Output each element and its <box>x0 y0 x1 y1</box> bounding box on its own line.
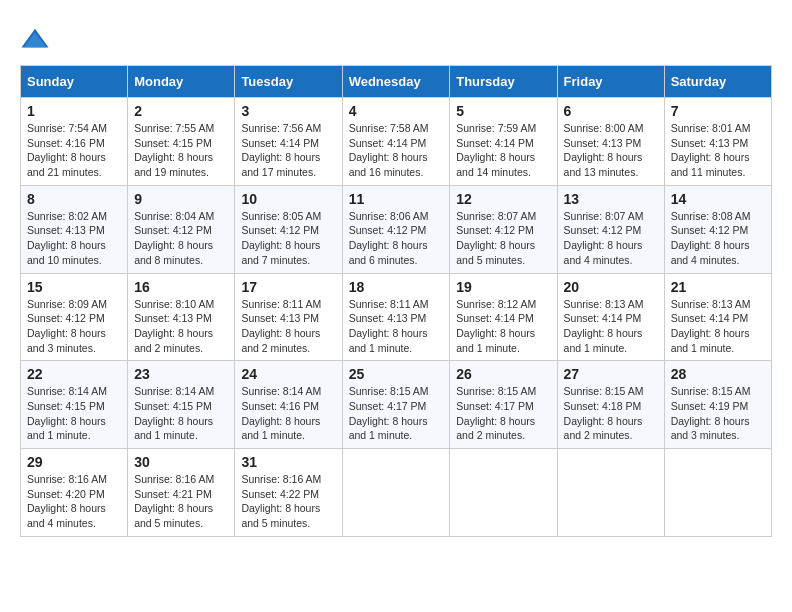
calendar-week-2: 8Sunrise: 8:02 AMSunset: 4:13 PMDaylight… <box>21 185 772 273</box>
calendar-cell: 24Sunrise: 8:14 AMSunset: 4:16 PMDayligh… <box>235 361 342 449</box>
day-info: Sunrise: 8:15 AMSunset: 4:18 PMDaylight:… <box>564 384 658 443</box>
day-info: Sunrise: 8:04 AMSunset: 4:12 PMDaylight:… <box>134 209 228 268</box>
calendar-week-3: 15Sunrise: 8:09 AMSunset: 4:12 PMDayligh… <box>21 273 772 361</box>
calendar-cell: 18Sunrise: 8:11 AMSunset: 4:13 PMDayligh… <box>342 273 450 361</box>
day-number: 26 <box>456 366 550 382</box>
day-number: 16 <box>134 279 228 295</box>
day-info: Sunrise: 8:16 AMSunset: 4:21 PMDaylight:… <box>134 472 228 531</box>
calendar-cell: 23Sunrise: 8:14 AMSunset: 4:15 PMDayligh… <box>128 361 235 449</box>
day-number: 20 <box>564 279 658 295</box>
column-header-tuesday: Tuesday <box>235 66 342 98</box>
calendar-cell: 2Sunrise: 7:55 AMSunset: 4:15 PMDaylight… <box>128 98 235 186</box>
day-number: 2 <box>134 103 228 119</box>
day-number: 13 <box>564 191 658 207</box>
day-info: Sunrise: 8:08 AMSunset: 4:12 PMDaylight:… <box>671 209 765 268</box>
calendar-cell: 14Sunrise: 8:08 AMSunset: 4:12 PMDayligh… <box>664 185 771 273</box>
day-info: Sunrise: 8:16 AMSunset: 4:20 PMDaylight:… <box>27 472 121 531</box>
day-info: Sunrise: 8:14 AMSunset: 4:15 PMDaylight:… <box>27 384 121 443</box>
day-info: Sunrise: 7:58 AMSunset: 4:14 PMDaylight:… <box>349 121 444 180</box>
calendar-week-5: 29Sunrise: 8:16 AMSunset: 4:20 PMDayligh… <box>21 449 772 537</box>
logo <box>20 25 54 55</box>
day-info: Sunrise: 8:09 AMSunset: 4:12 PMDaylight:… <box>27 297 121 356</box>
column-header-saturday: Saturday <box>664 66 771 98</box>
day-info: Sunrise: 8:05 AMSunset: 4:12 PMDaylight:… <box>241 209 335 268</box>
calendar-cell: 11Sunrise: 8:06 AMSunset: 4:12 PMDayligh… <box>342 185 450 273</box>
calendar-week-1: 1Sunrise: 7:54 AMSunset: 4:16 PMDaylight… <box>21 98 772 186</box>
logo-icon <box>20 25 50 55</box>
day-info: Sunrise: 8:07 AMSunset: 4:12 PMDaylight:… <box>564 209 658 268</box>
calendar-cell: 6Sunrise: 8:00 AMSunset: 4:13 PMDaylight… <box>557 98 664 186</box>
calendar-cell: 8Sunrise: 8:02 AMSunset: 4:13 PMDaylight… <box>21 185 128 273</box>
calendar-cell: 13Sunrise: 8:07 AMSunset: 4:12 PMDayligh… <box>557 185 664 273</box>
day-info: Sunrise: 8:15 AMSunset: 4:19 PMDaylight:… <box>671 384 765 443</box>
day-number: 17 <box>241 279 335 295</box>
day-info: Sunrise: 8:01 AMSunset: 4:13 PMDaylight:… <box>671 121 765 180</box>
day-info: Sunrise: 8:13 AMSunset: 4:14 PMDaylight:… <box>564 297 658 356</box>
day-info: Sunrise: 8:02 AMSunset: 4:13 PMDaylight:… <box>27 209 121 268</box>
day-number: 7 <box>671 103 765 119</box>
calendar-cell: 30Sunrise: 8:16 AMSunset: 4:21 PMDayligh… <box>128 449 235 537</box>
calendar-cell: 19Sunrise: 8:12 AMSunset: 4:14 PMDayligh… <box>450 273 557 361</box>
calendar-cell <box>342 449 450 537</box>
day-number: 28 <box>671 366 765 382</box>
day-info: Sunrise: 8:15 AMSunset: 4:17 PMDaylight:… <box>456 384 550 443</box>
column-header-wednesday: Wednesday <box>342 66 450 98</box>
day-number: 3 <box>241 103 335 119</box>
day-info: Sunrise: 8:13 AMSunset: 4:14 PMDaylight:… <box>671 297 765 356</box>
day-info: Sunrise: 8:14 AMSunset: 4:16 PMDaylight:… <box>241 384 335 443</box>
day-info: Sunrise: 8:11 AMSunset: 4:13 PMDaylight:… <box>349 297 444 356</box>
day-number: 27 <box>564 366 658 382</box>
calendar-cell: 27Sunrise: 8:15 AMSunset: 4:18 PMDayligh… <box>557 361 664 449</box>
calendar-cell: 20Sunrise: 8:13 AMSunset: 4:14 PMDayligh… <box>557 273 664 361</box>
day-number: 19 <box>456 279 550 295</box>
day-info: Sunrise: 8:12 AMSunset: 4:14 PMDaylight:… <box>456 297 550 356</box>
calendar-cell: 3Sunrise: 7:56 AMSunset: 4:14 PMDaylight… <box>235 98 342 186</box>
day-number: 8 <box>27 191 121 207</box>
calendar: SundayMondayTuesdayWednesdayThursdayFrid… <box>20 65 772 537</box>
calendar-cell: 29Sunrise: 8:16 AMSunset: 4:20 PMDayligh… <box>21 449 128 537</box>
day-info: Sunrise: 7:59 AMSunset: 4:14 PMDaylight:… <box>456 121 550 180</box>
day-number: 14 <box>671 191 765 207</box>
day-number: 12 <box>456 191 550 207</box>
day-number: 18 <box>349 279 444 295</box>
day-number: 4 <box>349 103 444 119</box>
day-number: 21 <box>671 279 765 295</box>
day-number: 11 <box>349 191 444 207</box>
column-header-sunday: Sunday <box>21 66 128 98</box>
calendar-cell: 16Sunrise: 8:10 AMSunset: 4:13 PMDayligh… <box>128 273 235 361</box>
header <box>20 20 772 55</box>
day-info: Sunrise: 7:56 AMSunset: 4:14 PMDaylight:… <box>241 121 335 180</box>
day-info: Sunrise: 8:16 AMSunset: 4:22 PMDaylight:… <box>241 472 335 531</box>
calendar-cell: 9Sunrise: 8:04 AMSunset: 4:12 PMDaylight… <box>128 185 235 273</box>
day-info: Sunrise: 8:11 AMSunset: 4:13 PMDaylight:… <box>241 297 335 356</box>
day-info: Sunrise: 8:10 AMSunset: 4:13 PMDaylight:… <box>134 297 228 356</box>
calendar-cell: 22Sunrise: 8:14 AMSunset: 4:15 PMDayligh… <box>21 361 128 449</box>
calendar-cell: 26Sunrise: 8:15 AMSunset: 4:17 PMDayligh… <box>450 361 557 449</box>
calendar-cell <box>557 449 664 537</box>
day-info: Sunrise: 8:14 AMSunset: 4:15 PMDaylight:… <box>134 384 228 443</box>
calendar-cell: 4Sunrise: 7:58 AMSunset: 4:14 PMDaylight… <box>342 98 450 186</box>
day-number: 29 <box>27 454 121 470</box>
calendar-cell: 21Sunrise: 8:13 AMSunset: 4:14 PMDayligh… <box>664 273 771 361</box>
calendar-header-row: SundayMondayTuesdayWednesdayThursdayFrid… <box>21 66 772 98</box>
day-number: 22 <box>27 366 121 382</box>
day-info: Sunrise: 7:54 AMSunset: 4:16 PMDaylight:… <box>27 121 121 180</box>
calendar-cell <box>664 449 771 537</box>
calendar-cell: 17Sunrise: 8:11 AMSunset: 4:13 PMDayligh… <box>235 273 342 361</box>
calendar-cell: 10Sunrise: 8:05 AMSunset: 4:12 PMDayligh… <box>235 185 342 273</box>
calendar-week-4: 22Sunrise: 8:14 AMSunset: 4:15 PMDayligh… <box>21 361 772 449</box>
day-info: Sunrise: 8:06 AMSunset: 4:12 PMDaylight:… <box>349 209 444 268</box>
calendar-cell: 5Sunrise: 7:59 AMSunset: 4:14 PMDaylight… <box>450 98 557 186</box>
day-info: Sunrise: 8:00 AMSunset: 4:13 PMDaylight:… <box>564 121 658 180</box>
day-info: Sunrise: 8:07 AMSunset: 4:12 PMDaylight:… <box>456 209 550 268</box>
day-number: 10 <box>241 191 335 207</box>
day-number: 24 <box>241 366 335 382</box>
day-number: 25 <box>349 366 444 382</box>
day-number: 1 <box>27 103 121 119</box>
day-number: 5 <box>456 103 550 119</box>
day-info: Sunrise: 8:15 AMSunset: 4:17 PMDaylight:… <box>349 384 444 443</box>
day-number: 6 <box>564 103 658 119</box>
day-number: 15 <box>27 279 121 295</box>
day-number: 30 <box>134 454 228 470</box>
day-number: 31 <box>241 454 335 470</box>
